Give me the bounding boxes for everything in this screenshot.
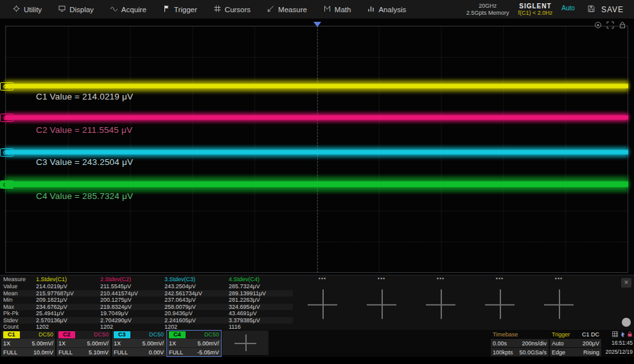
probe-readout: 1X — [114, 340, 121, 347]
alarm-status-icon[interactable] — [627, 331, 633, 338]
measure-cell: 2.570136μV — [36, 317, 100, 324]
measure-header-c3[interactable]: 3.Stdev(C3) — [164, 276, 229, 283]
channel-badge-c2: C2 — [58, 331, 75, 338]
acquisition-info: 20GHz 2.5Gpts Memory — [466, 3, 509, 17]
more-options-icon[interactable]: ••• — [470, 276, 529, 283]
menu-item-display[interactable]: Display — [52, 3, 103, 16]
touch-status-icon[interactable] — [620, 331, 625, 338]
add-channel-icon — [234, 334, 256, 351]
menu-item-utility[interactable]: Utility — [6, 3, 51, 16]
analysis-bars-icon — [367, 5, 374, 13]
channel-status-c3[interactable]: C3DC50 1X5.00mV/ FULL0.00V — [112, 331, 166, 356]
offset-readout: 5.10mV — [89, 349, 109, 356]
trace-c4[interactable] — [5, 176, 628, 193]
measure-cell: 25.4941μV — [36, 310, 100, 317]
measure-cell: 1116 — [229, 324, 293, 331]
timebase-scale: 200ns/div — [522, 340, 547, 347]
scroll-handle[interactable] — [622, 318, 631, 327]
timebase-points: 100kpts — [493, 349, 513, 356]
lock-icon[interactable] — [619, 20, 626, 31]
add-measure-icon — [367, 290, 396, 319]
trace-value-label-c3: C3 Value = 243.2504 μV — [36, 157, 133, 167]
trace-c1[interactable] — [5, 80, 628, 92]
measure-row-label: Stdev — [3, 317, 36, 324]
menu-item-label: Acquire — [121, 6, 146, 13]
measure-cell: 215.977687μV — [36, 290, 100, 297]
timebase-delay: 0.00s — [493, 340, 507, 347]
clock-time: 16:51:45 — [603, 339, 633, 347]
utility-gear-icon — [13, 5, 20, 13]
trace-value-label-c2: C2 Value = 211.5545 μV — [36, 125, 132, 135]
coupling-readout: DC50 — [204, 331, 219, 338]
measure-row-label: Measure — [3, 276, 36, 283]
menu-item-cursors[interactable]: Cursors — [207, 3, 260, 16]
measure-cell: 19.7049μV — [100, 310, 164, 317]
bandwidth-limit-readout: FULL — [114, 349, 128, 356]
bandwidth-readout: 20GHz — [466, 3, 509, 10]
menu-item-trigger[interactable]: Trigger — [157, 3, 206, 16]
trace-c3[interactable] — [5, 146, 628, 158]
measure-header-c2[interactable]: 2.Stdev(C2) — [100, 276, 164, 283]
measure-cell: 214.0219μV — [36, 283, 100, 290]
close-icon[interactable]: ✕ — [621, 278, 631, 288]
measure-slot-empty-5[interactable]: ••• — [529, 276, 588, 330]
channel-status-c2[interactable]: C2DC50 1X5.00mV/ FULL5.10mV — [57, 331, 110, 356]
menu-bar: Utility Display Acquire Trigger Cursors … — [0, 0, 634, 19]
channel-status-c1[interactable]: C1DC50 1X5.00mV/ FULL10.0mV — [1, 331, 55, 356]
trigger-position-icon[interactable] — [313, 22, 321, 27]
add-measure-icon — [485, 290, 515, 319]
measure-cell: 210.441574μV — [100, 290, 164, 297]
channel-status-c4[interactable]: C4DC50 1X5.00mV/ FULL-5.05mV — [167, 331, 221, 356]
trace-c1-core — [5, 84, 628, 89]
coupling-readout: DC50 — [94, 331, 109, 338]
trigger-box[interactable]: TriggerC1 DC Auto200μV EdgeRising — [550, 331, 601, 356]
grid-status-icon[interactable] — [612, 331, 618, 338]
measure-cell: 281.2263μV — [229, 297, 293, 304]
menu-item-measure[interactable]: Measure — [261, 3, 316, 16]
more-options-icon[interactable]: ••• — [529, 276, 588, 283]
brand-logo: SIGLENT — [518, 3, 553, 10]
more-options-icon[interactable]: ••• — [293, 276, 352, 283]
measure-slot-empty-1[interactable]: ••• — [293, 276, 352, 330]
timebase-box[interactable]: Timebase 0.00s200ns/div 100kpts50.0GSa/s — [491, 331, 549, 356]
more-options-icon[interactable]: ••• — [411, 276, 470, 283]
trigger-level: 200μV — [583, 340, 599, 347]
channel-badge-c3: C3 — [114, 331, 130, 338]
bandwidth-limit-readout: FULL — [169, 349, 183, 356]
more-options-icon[interactable]: ••• — [352, 276, 411, 283]
trigger-mode: Auto — [552, 340, 564, 347]
measure-slot-empty-2[interactable]: ••• — [352, 276, 411, 330]
measure-slot-empty-3[interactable]: ••• — [411, 276, 470, 330]
measure-cell: 2.704290μV — [100, 317, 164, 324]
measure-header-c1[interactable]: 1.Stdev(C1) — [36, 276, 100, 283]
menu-item-label: Trigger — [174, 6, 197, 13]
measure-row-label: Max — [3, 304, 36, 311]
menu-item-acquire[interactable]: Acquire — [104, 3, 155, 16]
save-button[interactable]: SAVE — [584, 3, 628, 16]
trace-c2[interactable] — [5, 112, 628, 123]
measure-cell: 234.6762μV — [36, 304, 100, 311]
add-measure-icon — [544, 290, 574, 319]
measure-slot-empty-4[interactable]: ••• — [470, 276, 529, 330]
clock-date: 2025/12/19 — [603, 348, 633, 356]
offset-readout: 10.0mV — [33, 349, 53, 356]
measure-header-c4[interactable]: 4.Stdev(C4) — [229, 276, 293, 283]
record-icon[interactable] — [594, 20, 602, 31]
fullscreen-icon[interactable] — [606, 20, 614, 31]
scale-readout: 5.00mV/ — [197, 340, 219, 347]
menu-item-analysis[interactable]: Analysis — [361, 3, 415, 16]
probe-readout: 1X — [169, 340, 176, 347]
measure-row-label: Pk-Pk — [3, 310, 36, 317]
measure-cell: 1202 — [36, 324, 100, 331]
measure-cell: 1202 — [100, 324, 164, 331]
measure-cell: 219.8324μV — [100, 304, 164, 311]
menu-item-math[interactable]: Math — [317, 3, 360, 16]
add-channel-button[interactable] — [222, 331, 269, 355]
measure-column-c2: 2.Stdev(C2) 211.5545μV 210.441574μV 200.… — [100, 276, 164, 330]
datetime-box: 16:51:45 2025/12/19 — [603, 331, 633, 356]
menu-item-label: Measure — [278, 6, 307, 13]
save-floppy-icon — [588, 5, 595, 14]
trigger-frequency-readout: f(C1) < 2.0Hz — [518, 10, 553, 17]
menu-item-label: Cursors — [225, 6, 251, 13]
trigger-title: Trigger — [552, 331, 570, 338]
